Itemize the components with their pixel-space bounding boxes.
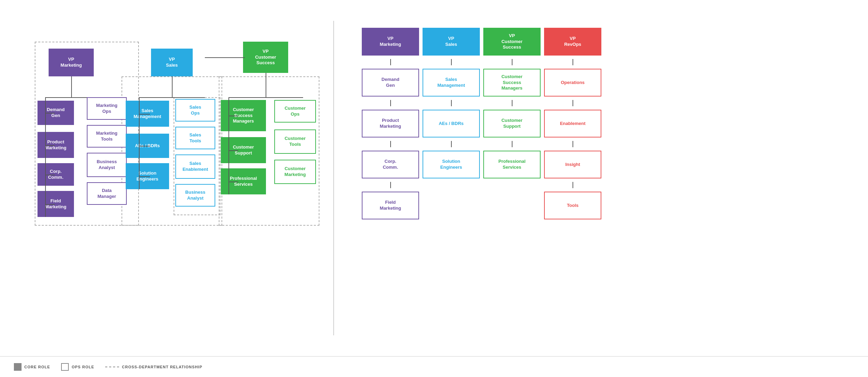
conn-r2c3 (544, 141, 601, 147)
field-mkt-grid: FieldMarketing (362, 192, 419, 219)
legend-core-label: CORE ROLE (24, 365, 50, 369)
corp-comm-h (45, 175, 55, 175)
cs-support-grid: CustomerSupport (483, 110, 541, 137)
org-chart: VPMarketing DemandGen ProductMarketing C… (14, 21, 319, 333)
right-panel: VPMarketing VPSales VPCustomerSuccess VP… (334, 14, 868, 342)
aes-h (139, 146, 150, 146)
customer-tools-box: CustomerTools (274, 129, 316, 154)
legend-core-icon (14, 363, 22, 371)
legend-cross-dept: CROSS-DEPARTMENT RELATIONSHIP (105, 365, 202, 369)
conn-r3c0 (362, 182, 419, 188)
ps-grid: ProfessionalServices (483, 151, 541, 178)
product-mkt-grid: ProductMarketing (362, 110, 419, 137)
csm-grid: CustomerSuccessManagers (483, 69, 541, 97)
conn-r2c2 (483, 141, 541, 147)
sales-enablement-box: SalesEnablement (175, 154, 215, 179)
sales-cs-connector (205, 57, 245, 58)
marketing-ops-box: MarketingOps (87, 97, 127, 120)
cs-left-v (228, 97, 229, 194)
empty-r4c1 (423, 192, 480, 219)
vp-sales-grid: VPSales (423, 28, 480, 56)
demand-gen-h (45, 113, 55, 114)
sales-h-line (139, 97, 205, 98)
field-marketing-box: FieldMarketing (37, 191, 74, 217)
legend-ops-label: OPS ROLE (72, 365, 94, 369)
legend-dashed-icon (105, 367, 119, 367)
right-grid: VPMarketing VPSales VPCustomerSuccess VP… (348, 21, 854, 226)
vp-sales-line-down (172, 76, 173, 97)
solution-engineers-grid: SolutionEngineers (423, 151, 480, 178)
left-panel: VPMarketing DemandGen ProductMarketing C… (0, 14, 333, 342)
page-wrapper: VPMarketing DemandGen ProductMarketing C… (0, 0, 868, 377)
vp-marketing-grid: VPMarketing (362, 28, 419, 56)
sales-left-v (139, 97, 140, 189)
left-col-v-line (45, 97, 46, 217)
corp-comm-grid: Corp.Comm. (362, 151, 419, 178)
corp-comm-box: Corp.Comm. (37, 163, 74, 186)
aes-bdrs-grid: AEs / BDRs (423, 110, 480, 137)
insight-grid: Insight (544, 151, 601, 178)
product-marketing-box: ProductMarketing (37, 132, 74, 158)
conn-r2c1 (423, 141, 480, 147)
professional-services-box: ProfessionalServices (221, 168, 266, 194)
customer-ops-box: CustomerOps (274, 100, 316, 123)
ps-h (228, 182, 238, 182)
conn-r0c2 (483, 59, 541, 65)
tools-grid: Tools (544, 192, 601, 219)
conn-r0c3 (544, 59, 601, 65)
sales-ops-box: SalesOps (175, 99, 215, 122)
legend-core-role: CORE ROLE (14, 363, 50, 371)
cs-support-box: CustomerSupport (221, 137, 266, 163)
cs-h-line (228, 97, 303, 98)
vp-marketing-line-down (71, 76, 72, 97)
product-mkt-h (45, 145, 55, 146)
se-h (139, 176, 150, 177)
legend: CORE ROLE OPS ROLE CROSS-DEPARTMENT RELA… (0, 356, 868, 377)
main-content: VPMarketing DemandGen ProductMarketing C… (0, 0, 868, 356)
vp-cs-box: VPCustomerSuccess (243, 42, 288, 73)
vp-cs-line-down (266, 73, 266, 97)
conn-r0c1 (423, 59, 480, 65)
sales-mgmt-h (139, 114, 150, 115)
legend-cross-label: CROSS-DEPARTMENT RELATIONSHIP (122, 365, 202, 369)
conn-r0c0 (362, 59, 419, 65)
empty-r4c2 (483, 192, 541, 219)
conn-r3c2 (483, 182, 541, 188)
business-analyst-mkt-box: BusinessAnalyst (87, 153, 127, 177)
vp-cs-grid: VPCustomerSuccess (483, 28, 541, 56)
placeholder (71, 76, 72, 77)
legend-ops-icon (61, 363, 69, 371)
demand-gen-grid: DemandGen (362, 69, 419, 97)
vp-marketing-box: VPMarketing (49, 49, 94, 76)
customer-marketing-box: CustomerMarketing (274, 160, 316, 184)
conn-r1c2 (483, 100, 541, 106)
csm-h (228, 116, 238, 116)
vp-revops-grid: VPRevOps (544, 28, 601, 56)
legend-ops-role: OPS ROLE (61, 363, 94, 371)
conn-r3c3 (544, 182, 601, 188)
conn-r2c0 (362, 141, 419, 147)
marketing-tools-box: MarketingTools (87, 125, 127, 148)
business-analyst-sales-box: BusinessAnalyst (175, 184, 215, 207)
demand-gen-box: DemandGen (37, 101, 74, 125)
conn-r3c1 (423, 182, 480, 188)
csm-box: CustomerSuccessManagers (221, 100, 266, 131)
sales-tools-box: SalesTools (175, 127, 215, 149)
enablement-grid: Enablement (544, 110, 601, 137)
conn-r1c1 (423, 100, 480, 106)
sales-mgmt-grid: SalesManagement (423, 69, 480, 97)
conn-r1c0 (362, 100, 419, 106)
field-mkt-h (45, 204, 55, 205)
data-manager-box: DataManager (87, 182, 127, 205)
vp-sales-box: VPSales (151, 49, 193, 76)
cs-support-h (228, 150, 238, 151)
conn-r1c3 (544, 100, 601, 106)
operations-grid: Operations (544, 69, 601, 97)
